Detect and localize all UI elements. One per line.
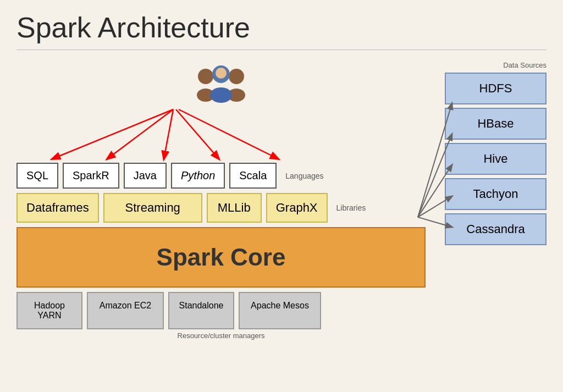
spark-core-box: Spark Core bbox=[16, 227, 426, 288]
datasource-cassandra: Cassandra bbox=[445, 213, 547, 245]
cluster-managers-row: HadoopYARN Amazon EC2 Standalone Apache … bbox=[16, 292, 426, 329]
user-group-icon bbox=[194, 61, 249, 108]
divider bbox=[16, 49, 547, 50]
svg-line-9 bbox=[164, 109, 173, 159]
page-container: Spark Architecture bbox=[0, 0, 563, 392]
cluster-ec2: Amazon EC2 bbox=[87, 292, 164, 329]
svg-point-0 bbox=[198, 69, 213, 84]
lang-scala: Scala bbox=[229, 163, 277, 189]
datasource-tachyon: Tachyon bbox=[445, 178, 547, 210]
languages-label: Languages bbox=[285, 172, 323, 180]
lib-mllib: MLLib bbox=[207, 193, 262, 223]
cluster-mesos: Apache Mesos bbox=[239, 292, 321, 329]
languages-row: SQL SparkR Java Python Scala Languages bbox=[16, 163, 426, 189]
page-title: Spark Architecture bbox=[16, 11, 547, 44]
svg-point-2 bbox=[229, 69, 244, 84]
svg-line-7 bbox=[52, 109, 173, 159]
left-section: SQL SparkR Java Python Scala Languages D… bbox=[16, 61, 426, 340]
cluster-label: Resource/cluster managers bbox=[16, 332, 426, 340]
lang-sparkr: SparkR bbox=[63, 163, 119, 189]
lib-graphx: GraphX bbox=[266, 193, 328, 223]
libraries-label: Libraries bbox=[336, 203, 366, 212]
datasource-hive: Hive bbox=[445, 143, 547, 175]
cluster-standalone: Standalone bbox=[168, 292, 234, 329]
lib-dataframes: Dataframes bbox=[16, 193, 99, 223]
right-section: Data Sources HDFS HBase Hive Tachyon Cas… bbox=[437, 61, 547, 340]
datasource-hbase: HBase bbox=[445, 108, 547, 140]
lib-streaming: Streaming bbox=[103, 193, 202, 223]
svg-line-11 bbox=[179, 109, 278, 159]
svg-line-8 bbox=[107, 109, 173, 159]
svg-line-10 bbox=[176, 109, 219, 159]
user-icon-area bbox=[16, 61, 426, 111]
lang-sql: SQL bbox=[16, 163, 58, 189]
datasource-hdfs: HDFS bbox=[445, 73, 547, 104]
data-sources-label: Data Sources bbox=[437, 61, 547, 69]
spark-core-text: Spark Core bbox=[157, 244, 286, 270]
svg-point-5 bbox=[210, 87, 232, 103]
lang-java: Java bbox=[124, 163, 167, 189]
cluster-hadoop: HadoopYARN bbox=[16, 292, 82, 329]
libraries-row: Dataframes Streaming MLLib GraphX Librar… bbox=[16, 193, 426, 223]
svg-point-6 bbox=[216, 68, 227, 79]
lang-python: Python bbox=[171, 163, 225, 189]
main-layout: SQL SparkR Java Python Scala Languages D… bbox=[16, 61, 547, 340]
